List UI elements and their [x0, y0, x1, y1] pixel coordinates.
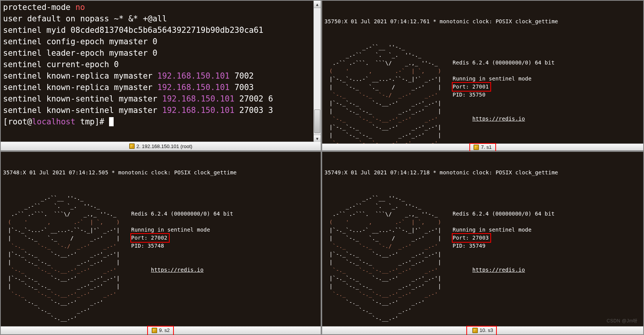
redis-info: Redis 6.2.4 (00000000/0) 64 bit Running …: [453, 51, 555, 131]
redis-mode: Running in sentinel mode: [131, 227, 210, 233]
log-line: 35748:X 01 Jul 2021 07:14:12.505 * monot…: [3, 169, 318, 177]
status-bar: 9. s2: [1, 326, 321, 334]
status-label: 9. s2: [159, 327, 170, 333]
redis-url[interactable]: https://redis.io: [151, 267, 204, 273]
redis-port: Port: 27003: [452, 233, 491, 243]
redis-mode: Running in sentinel mode: [453, 227, 532, 233]
redis-port: Port: 27001: [452, 82, 491, 92]
redis-version: Redis 6.2.4 (00000000/0) 64 bit: [131, 211, 233, 217]
log-line: 35749:X 01 Jul 2021 07:14:12.718 * monot…: [324, 169, 641, 177]
redis-url[interactable]: https://redis.io: [472, 116, 525, 122]
terminal-output[interactable]: 35749:X 01 Jul 2021 07:14:12.718 * monot…: [322, 152, 643, 326]
redis-port: Port: 27002: [130, 233, 170, 243]
scroll-track[interactable]: [314, 8, 321, 135]
status-bar: 7. s1: [322, 143, 643, 150]
redis-url[interactable]: https://redis.io: [472, 267, 525, 273]
log-line: 35750:X 01 Jul 2021 07:14:12.761 * monot…: [324, 18, 641, 26]
terminal-output[interactable]: 35748:X 01 Jul 2021 07:14:12.505 * monot…: [1, 152, 321, 326]
status-bar: 10. s3: [322, 326, 643, 334]
redis-ascii-logo: _.-``__ ''-._ _.-`` `. `_. ''-._ .-`` .-…: [326, 43, 441, 143]
redis-mode: Running in sentinel mode: [453, 76, 532, 82]
redis-version: Redis 6.2.4 (00000000/0) 64 bit: [453, 211, 555, 217]
key-icon: [129, 143, 135, 149]
pane-s2: 35748:X 01 Jul 2021 07:14:12.505 * monot…: [0, 151, 321, 335]
status-label: 2. 192.168.150.101 (root): [137, 143, 193, 149]
redis-ascii-logo: _.-``__ ''-._ _.-`` `. `_. ''-._ .-`` .-…: [326, 194, 441, 322]
pane-root-terminal: protected-mode no user default on nopass…: [0, 0, 321, 151]
scroll-thumb[interactable]: [314, 110, 320, 133]
redis-info: Redis 6.2.4 (00000000/0) 64 bit Running …: [131, 202, 233, 282]
pane-s1: 35750:X 01 Jul 2021 07:14:12.761 * monot…: [321, 0, 644, 151]
redis-version: Redis 6.2.4 (00000000/0) 64 bit: [453, 60, 555, 66]
key-icon: [474, 145, 479, 150]
scroll-up-button[interactable]: ▲: [314, 1, 321, 8]
terminal-output[interactable]: protected-mode no user default on nopass…: [1, 1, 321, 142]
redis-ascii-logo: _.-``__ ''-._ _.-`` `. `_. ''-._ .-`` .-…: [5, 194, 120, 322]
redis-info: Redis 6.2.4 (00000000/0) 64 bit Running …: [453, 202, 555, 282]
status-label: 7. s1: [481, 144, 491, 150]
pane-s3: 35749:X 01 Jul 2021 07:14:12.718 * monot…: [321, 151, 644, 335]
redis-pid: PID: 35749: [453, 243, 485, 249]
key-icon: [152, 328, 157, 333]
redis-pid: PID: 35750: [453, 92, 485, 98]
redis-pid: PID: 35748: [131, 243, 164, 249]
scroll-down-button[interactable]: ▼: [314, 135, 321, 142]
key-icon: [472, 328, 478, 333]
status-bar: 2. 192.168.150.101 (root): [1, 142, 321, 150]
status-label: 10. s3: [480, 327, 493, 333]
scrollbar[interactable]: ▲ ▼: [313, 1, 321, 142]
terminal-output[interactable]: 35750:X 01 Jul 2021 07:14:12.761 * monot…: [322, 1, 643, 143]
